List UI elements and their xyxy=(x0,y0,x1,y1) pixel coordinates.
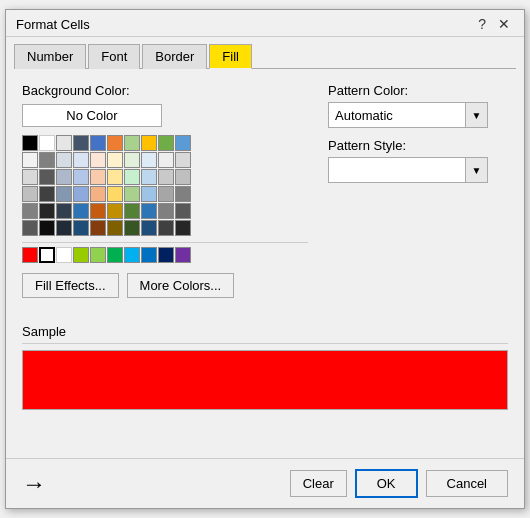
color-cell[interactable] xyxy=(124,247,140,263)
color-cell[interactable] xyxy=(73,186,89,202)
pattern-color-dropdown[interactable]: Automatic ▼ xyxy=(328,102,488,128)
color-cell[interactable] xyxy=(124,220,140,236)
color-cell[interactable] xyxy=(22,186,38,202)
color-row-1 xyxy=(22,135,308,151)
color-cell[interactable] xyxy=(175,135,191,151)
color-cell[interactable] xyxy=(90,220,106,236)
color-cell[interactable] xyxy=(124,169,140,185)
color-cell-white2[interactable] xyxy=(56,247,72,263)
background-color-label: Background Color: xyxy=(22,83,308,98)
color-cell[interactable] xyxy=(39,169,55,185)
color-cell-red[interactable] xyxy=(22,247,38,263)
color-cell[interactable] xyxy=(107,135,123,151)
dialog-footer: → Clear OK Cancel xyxy=(6,458,524,508)
format-cells-dialog: Format Cells ? ✕ Number Font Border Fill… xyxy=(5,9,525,509)
color-cell[interactable] xyxy=(39,220,55,236)
color-cell[interactable] xyxy=(158,169,174,185)
pattern-color-arrow[interactable]: ▼ xyxy=(465,103,487,127)
color-cell[interactable] xyxy=(107,152,123,168)
color-cell[interactable] xyxy=(107,169,123,185)
ok-button[interactable]: OK xyxy=(355,469,418,498)
color-cell[interactable] xyxy=(22,152,38,168)
color-cell[interactable] xyxy=(39,152,55,168)
color-cell[interactable] xyxy=(56,203,72,219)
sample-section: Sample xyxy=(22,314,508,410)
color-cell[interactable] xyxy=(73,169,89,185)
color-cell[interactable] xyxy=(39,203,55,219)
pattern-style-arrow[interactable]: ▼ xyxy=(465,158,487,182)
more-colors-button[interactable]: More Colors... xyxy=(127,273,235,298)
color-cell[interactable] xyxy=(90,203,106,219)
cancel-button[interactable]: Cancel xyxy=(426,470,508,497)
color-cell[interactable] xyxy=(73,203,89,219)
color-cell[interactable] xyxy=(175,169,191,185)
color-cell[interactable] xyxy=(22,220,38,236)
pattern-style-label: Pattern Style: xyxy=(328,138,508,153)
color-cell[interactable] xyxy=(56,152,72,168)
color-cell[interactable] xyxy=(73,152,89,168)
color-cell[interactable] xyxy=(141,186,157,202)
two-column-layout: Background Color: No Color xyxy=(22,83,508,298)
color-cell[interactable] xyxy=(141,220,157,236)
color-cell[interactable] xyxy=(175,220,191,236)
color-cell[interactable] xyxy=(56,220,72,236)
close-button[interactable]: ✕ xyxy=(494,16,514,32)
no-color-button[interactable]: No Color xyxy=(22,104,162,127)
color-cell[interactable] xyxy=(39,135,55,151)
color-cell[interactable] xyxy=(175,203,191,219)
color-cell[interactable] xyxy=(90,135,106,151)
color-cell[interactable] xyxy=(73,135,89,151)
tab-content: Background Color: No Color xyxy=(6,69,524,458)
pattern-style-dropdown[interactable]: ▼ xyxy=(328,157,488,183)
color-cell[interactable] xyxy=(73,220,89,236)
color-cell[interactable] xyxy=(158,203,174,219)
fill-effects-button[interactable]: Fill Effects... xyxy=(22,273,119,298)
color-cell[interactable] xyxy=(124,152,140,168)
color-cell[interactable] xyxy=(90,247,106,263)
color-cell[interactable] xyxy=(175,247,191,263)
color-cell[interactable] xyxy=(107,203,123,219)
color-cell[interactable] xyxy=(124,135,140,151)
color-cell[interactable] xyxy=(107,247,123,263)
color-cell-white-selected[interactable] xyxy=(39,247,55,263)
color-cell[interactable] xyxy=(73,247,89,263)
color-cell[interactable] xyxy=(22,135,38,151)
tab-font[interactable]: Font xyxy=(88,44,140,69)
dialog-title: Format Cells xyxy=(16,17,90,32)
color-cell[interactable] xyxy=(175,186,191,202)
color-cell[interactable] xyxy=(22,169,38,185)
color-cell[interactable] xyxy=(90,152,106,168)
color-cell[interactable] xyxy=(56,135,72,151)
color-row-4 xyxy=(22,186,308,202)
color-cell[interactable] xyxy=(141,169,157,185)
color-row-5 xyxy=(22,203,308,219)
color-cell[interactable] xyxy=(141,152,157,168)
color-row-6 xyxy=(22,220,308,236)
color-cell[interactable] xyxy=(90,169,106,185)
color-cell[interactable] xyxy=(124,186,140,202)
color-cell[interactable] xyxy=(158,135,174,151)
help-button[interactable]: ? xyxy=(474,16,490,32)
color-cell[interactable] xyxy=(107,186,123,202)
clear-button[interactable]: Clear xyxy=(290,470,347,497)
color-cell[interactable] xyxy=(39,186,55,202)
color-cell[interactable] xyxy=(158,220,174,236)
color-cell[interactable] xyxy=(158,152,174,168)
color-cell[interactable] xyxy=(56,186,72,202)
color-cell[interactable] xyxy=(141,247,157,263)
color-row-2 xyxy=(22,152,308,168)
tab-border[interactable]: Border xyxy=(142,44,207,69)
color-cell[interactable] xyxy=(141,135,157,151)
color-cell[interactable] xyxy=(90,186,106,202)
tab-fill[interactable]: Fill xyxy=(209,44,252,69)
color-cell[interactable] xyxy=(158,247,174,263)
sample-color-box xyxy=(22,350,508,410)
color-cell[interactable] xyxy=(141,203,157,219)
color-cell[interactable] xyxy=(22,203,38,219)
color-cell[interactable] xyxy=(124,203,140,219)
color-cell[interactable] xyxy=(56,169,72,185)
tab-number[interactable]: Number xyxy=(14,44,86,69)
color-cell[interactable] xyxy=(158,186,174,202)
color-cell[interactable] xyxy=(107,220,123,236)
color-cell[interactable] xyxy=(175,152,191,168)
